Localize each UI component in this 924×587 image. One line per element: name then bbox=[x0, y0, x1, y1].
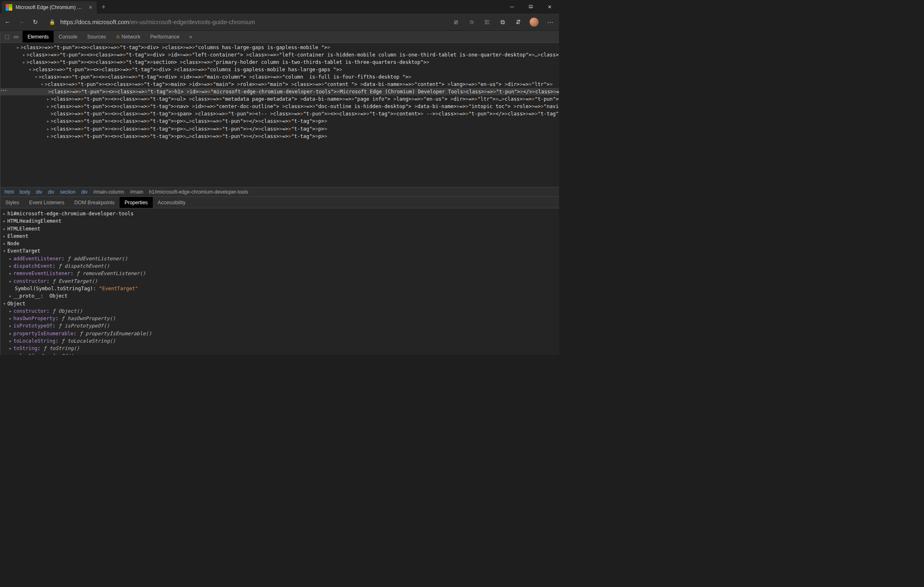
tab-sources[interactable]: Sources bbox=[82, 31, 111, 43]
maximize-button[interactable] bbox=[521, 0, 540, 14]
profile-switch-icon[interactable]: ⇵ bbox=[514, 18, 522, 26]
tab-accessibility[interactable]: Accessibility bbox=[153, 197, 190, 208]
menu-icon[interactable]: ⋯ bbox=[546, 18, 554, 26]
tab-performance[interactable]: Performance bbox=[145, 31, 185, 43]
tab-strip: Microsoft Edge (Chromium) Dev ✕ + bbox=[2, 0, 109, 14]
forward-button: → bbox=[17, 18, 25, 25]
devtools-pane: ⬚ ▭ Elements Console Sources Network Per… bbox=[0, 31, 559, 355]
tab-title: Microsoft Edge (Chromium) Dev bbox=[16, 5, 85, 10]
collections-icon[interactable]: ⧉ bbox=[498, 18, 507, 26]
properties-panel[interactable]: h1#microsoft-edge-chromium-developer-too… bbox=[0, 208, 559, 355]
minimize-button[interactable] bbox=[503, 0, 521, 14]
new-tab-button[interactable]: + bbox=[98, 3, 109, 11]
tab-event-listeners[interactable]: Event Listeners bbox=[24, 197, 69, 208]
title-bar: Microsoft Edge (Chromium) Dev ✕ + ✕ bbox=[0, 0, 559, 14]
browser-toolbar: ← → ↻ 🔒 https://docs.microsoft.com/en-us… bbox=[0, 14, 559, 31]
favorites-bar-icon[interactable]: ✩͙ bbox=[483, 18, 491, 25]
favorite-icon[interactable]: ☆ bbox=[467, 18, 476, 26]
tab-console[interactable]: Console bbox=[54, 31, 82, 43]
reading-icon[interactable]: ⎚ bbox=[452, 18, 460, 25]
dom-tree[interactable]: >class>>=>>"t-pun">><>>class>>=>>"t-tag"… bbox=[0, 43, 559, 187]
close-button[interactable]: ✕ bbox=[540, 0, 559, 14]
devtools-tabs: ⬚ ▭ Elements Console Sources Network Per… bbox=[0, 31, 559, 43]
tab-sty...styles[interactable]: Styles bbox=[0, 197, 24, 208]
dom-breadcrumb[interactable]: html body div div section div #main-colu… bbox=[0, 187, 559, 197]
inspect-icon[interactable]: ⬚ bbox=[5, 34, 9, 40]
profile-avatar[interactable] bbox=[530, 18, 539, 27]
tab-elements[interactable]: Elements bbox=[23, 31, 54, 43]
lock-icon: 🔒 bbox=[49, 19, 55, 25]
address-bar[interactable]: 🔒 https://docs.microsoft.com/en-us/micro… bbox=[45, 16, 446, 28]
device-toolbar-icon[interactable]: ▭ bbox=[14, 34, 18, 40]
devtools-sidebar-tabs: Styles Event Listeners DOM Breakpoints P… bbox=[0, 197, 559, 208]
window-controls: ✕ bbox=[503, 0, 559, 14]
tab-network[interactable]: Network bbox=[111, 31, 145, 43]
tab-close-icon[interactable]: ✕ bbox=[88, 5, 93, 10]
url-text: https://docs.microsoft.com/en-us/microso… bbox=[60, 19, 255, 25]
tabs-overflow-icon[interactable]: » bbox=[184, 31, 197, 43]
browser-tab-active[interactable]: Microsoft Edge (Chromium) Dev ✕ bbox=[2, 1, 97, 14]
tab-dom-breakpoints[interactable]: DOM Breakpoints bbox=[69, 197, 120, 208]
tab-favicon-icon bbox=[6, 4, 12, 11]
refresh-button[interactable]: ↻ bbox=[31, 18, 39, 26]
tab-properties[interactable]: Properties bbox=[120, 197, 153, 208]
back-button[interactable]: ← bbox=[3, 18, 11, 25]
